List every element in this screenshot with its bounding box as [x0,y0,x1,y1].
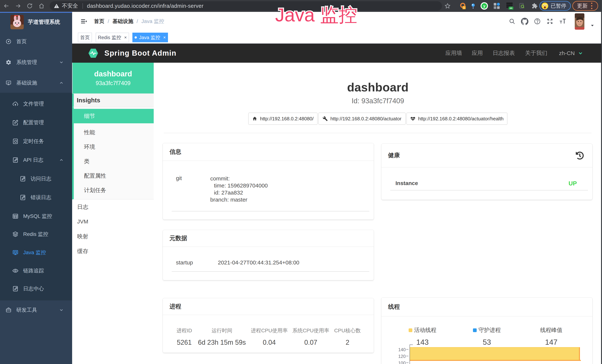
home-icon [252,116,257,121]
close-tab-icon[interactable]: × [124,35,127,40]
hamburger-icon[interactable] [79,16,89,27]
info-card: 信息 git commit: time: 1596289704000 id: 2… [163,143,374,220]
sba-brand[interactable]: Spring Boot Admin [87,43,176,63]
sidebar-item-mysql[interactable]: MySQL 监控 [0,207,72,225]
process-col-value: 0.07 [291,339,330,346]
browser-menu-icon[interactable] [591,3,592,9]
process-col-header: 系统CPU使用率 [291,327,330,334]
sidebar-item-job[interactable]: 定时任务 [0,132,72,150]
sba-nav-wallboard[interactable]: 应用墙 [445,43,462,63]
sba-language-select[interactable]: zh-CN [559,43,583,63]
browser-update-button[interactable]: 更新 [572,1,598,11]
sba-menu-jvm[interactable]: JVM [72,214,154,229]
bookmark-star-icon[interactable] [444,0,451,12]
sba-menu-logs[interactable]: 日志 [72,200,154,214]
browser-reload-button[interactable] [26,0,34,12]
sidebar-item-access-log[interactable]: 访问日志 [0,170,72,188]
svg-text:y: y [483,4,485,8]
not-secure-label: 不安全 [62,2,78,10]
metadata-card-title: 元数据 [170,234,187,242]
help-icon[interactable] [532,12,542,31]
sba-menu-caches[interactable]: 缓存 [72,244,154,258]
browser-forward-button[interactable] [14,0,22,12]
sba-menu-classes[interactable]: 类 [74,154,154,169]
address-bar[interactable]: 不安全 dashboard.yudao.iocoder.cn/infra/adm… [50,1,442,11]
sba-menu-scheduled-tasks[interactable]: 计划任务 [74,183,154,197]
sidebar-item-log-center[interactable]: 日志中心 [0,279,72,298]
active-tab-dot [135,36,137,39]
edit-square-icon [12,119,19,126]
forward-arrow-icon [15,3,21,9]
sba-menu-mappings[interactable]: 映射 [72,229,154,244]
table-row-divider [390,190,588,191]
sba-insights-label: Insights [72,94,154,107]
sba-menu-environment[interactable]: 环境 [74,140,154,154]
update-label: 更新 [577,2,588,10]
font-size-icon[interactable] [557,12,568,31]
sba-menu-details[interactable]: 细节 [74,109,154,123]
sba-nav-applications[interactable]: 应用 [472,43,483,63]
git-line: id: 27aa832 [210,189,268,196]
table-row-divider [172,271,369,272]
sba-nav-journal[interactable]: 日志报表 [493,43,515,63]
sba-brand-title: Spring Boot Admin [104,49,176,57]
github-icon[interactable] [519,12,530,31]
back-arrow-icon [3,3,10,9]
sidebar-item-redis[interactable]: Redis 监控 [0,225,72,244]
browser-home-button[interactable] [37,0,46,12]
instance-url-button[interactable]: http://192.168.0.2:48080/ [248,113,318,125]
extension-on-badge-icon[interactable]: on [505,0,514,12]
process-table: 进程ID 运行时间 进程CPU使用率 系统CPU使用率 CPU核心数 5261 … [172,327,365,346]
extension-pin-icon[interactable] [469,0,477,12]
heartbeat-icon [410,116,416,121]
sidebar-item-config[interactable]: 配置管理 [0,113,72,132]
profile-paused-badge[interactable]: 已暂停 [539,1,571,11]
metadata-card: 元数据 startup 2021-04-27T00:44:31.254+08:0… [163,230,374,280]
star-icon [445,3,451,9]
profile-emoji-avatar [541,2,548,10]
svg-text:on: on [510,7,512,10]
sba-menu-config-props[interactable]: 配置属性 [74,169,154,183]
extension-grid-icon[interactable] [493,0,501,12]
user-avatar[interactable] [575,13,584,30]
paused-label: 已暂停 [551,2,566,10]
tab-java-monitor[interactable]: Java 监控× [132,33,168,42]
history-icon[interactable] [576,151,584,160]
close-tab-icon[interactable]: × [163,35,166,40]
sidebar-item-java-monitor[interactable]: Java 监控 [0,243,72,262]
git-commit-info: commit: time: 1596289704000 id: 27aa832 … [210,175,268,203]
sba-menu-metrics[interactable]: 性能 [74,125,154,140]
chevron-down-icon [59,308,64,312]
sidebar-item-home[interactable]: 首页 [0,32,72,51]
breadcrumb-home[interactable]: 首页 [94,18,104,25]
actuator-url-button[interactable]: http://192.168.0.2:48080/actuator [318,113,406,125]
tab-redis-monitor[interactable]: Redis 监控× [96,33,129,42]
sba-nav-about[interactable]: 关于我们 [525,43,547,63]
doc-edit-icon [20,194,26,201]
extension-search-doc-icon[interactable] [518,0,526,12]
breadcrumb: 首页 / 基础设施 / Java 监控 [94,12,164,31]
health-url-button[interactable]: http://192.168.0.2:48080/actuator/health [406,113,507,125]
sidebar-item-system[interactable]: 系统管理 [0,53,72,72]
fullscreen-icon[interactable] [545,12,555,31]
caret-down-icon[interactable] [590,23,595,28]
url-text: dashboard.yudao.iocoder.cn/infra/admin-s… [87,3,204,9]
sidebar-item-devtools[interactable]: 研发工具 [0,301,72,319]
cloud-upload-icon [12,101,19,107]
search-icon[interactable] [507,12,517,31]
extension-orange-icon[interactable]: 1 [459,0,467,12]
sidebar-item-file[interactable]: 文件管理 [0,95,72,113]
sidebar-item-infra[interactable]: 基础设施 [0,74,72,92]
tab-home[interactable]: 首页 [78,33,92,42]
breadcrumb-infra[interactable]: 基础设施 [113,18,133,25]
gear-icon [6,59,11,65]
info-card-title: 信息 [170,148,181,156]
health-card-title: 健康 [388,151,400,160]
table-row-divider [172,211,369,211]
extension-green-circle-icon[interactable]: y [480,0,488,12]
extensions-puzzle-icon[interactable] [531,0,539,12]
sidebar-item-error-log[interactable]: 错误日志 [0,188,72,207]
sidebar-item-api-log[interactable]: API 日志 [0,151,72,169]
sidebar-item-trace[interactable]: 链路追踪 [0,261,72,280]
browser-back-button[interactable] [2,0,10,12]
